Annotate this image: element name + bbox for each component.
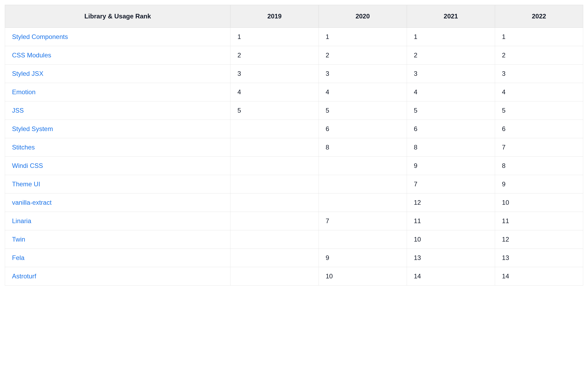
- cell-2022: 5: [495, 101, 583, 120]
- library-link[interactable]: Styled System: [12, 125, 53, 132]
- col-header-2021: 2021: [407, 5, 495, 28]
- cell-2021: 7: [407, 175, 495, 194]
- cell-2020: 7: [319, 212, 407, 230]
- table-row: Theme UI 7 9: [5, 175, 583, 194]
- cell-2019: [230, 175, 319, 194]
- cell-2021: 8: [407, 138, 495, 157]
- cell-2020: 2: [319, 46, 407, 65]
- cell-2019: [230, 249, 319, 267]
- cell-2022: 7: [495, 138, 583, 157]
- cell-2022: 13: [495, 249, 583, 267]
- table-row: vanilla-extract 12 10: [5, 194, 583, 212]
- cell-2022: 14: [495, 267, 583, 286]
- table-row: Styled System 6 6 6: [5, 120, 583, 138]
- table-row: Linaria 7 11 11: [5, 212, 583, 230]
- col-header-2020: 2020: [319, 5, 407, 28]
- cell-2020: [319, 194, 407, 212]
- cell-2020: 5: [319, 101, 407, 120]
- cell-2022: 2: [495, 46, 583, 65]
- cell-2020: [319, 175, 407, 194]
- cell-2019: [230, 267, 319, 286]
- library-link[interactable]: Emotion: [12, 88, 36, 96]
- cell-2022: 12: [495, 230, 583, 249]
- cell-2021: 13: [407, 249, 495, 267]
- cell-2020: 1: [319, 28, 407, 46]
- table-header-row: Library & Usage Rank 2019 2020 2021 2022: [5, 5, 583, 28]
- library-link[interactable]: Windi CSS: [12, 162, 43, 169]
- table-row: CSS Modules 2 2 2 2: [5, 46, 583, 65]
- library-link[interactable]: Styled Components: [12, 33, 68, 40]
- cell-2021: 1: [407, 28, 495, 46]
- table-row: Styled JSX 3 3 3 3: [5, 65, 583, 83]
- cell-2021: 6: [407, 120, 495, 138]
- cell-2020: [319, 157, 407, 175]
- col-header-2019: 2019: [230, 5, 319, 28]
- cell-2019: 4: [230, 83, 319, 101]
- cell-2022: 6: [495, 120, 583, 138]
- cell-2021: 5: [407, 101, 495, 120]
- library-link[interactable]: JSS: [12, 107, 24, 114]
- library-link[interactable]: Stitches: [12, 144, 35, 151]
- cell-2020: 3: [319, 65, 407, 83]
- cell-2019: [230, 120, 319, 138]
- library-link[interactable]: Twin: [12, 236, 25, 243]
- cell-2021: 10: [407, 230, 495, 249]
- cell-2020: [319, 230, 407, 249]
- table-row: JSS 5 5 5 5: [5, 101, 583, 120]
- cell-2022: 10: [495, 194, 583, 212]
- col-header-library: Library & Usage Rank: [5, 5, 230, 28]
- cell-2021: 12: [407, 194, 495, 212]
- table-row: Windi CSS 9 8: [5, 157, 583, 175]
- library-link[interactable]: Styled JSX: [12, 70, 43, 77]
- cell-2021: 4: [407, 83, 495, 101]
- table-row: Emotion 4 4 4 4: [5, 83, 583, 101]
- cell-2020: 9: [319, 249, 407, 267]
- library-link[interactable]: Linaria: [12, 217, 31, 224]
- cell-2020: 6: [319, 120, 407, 138]
- cell-2022: 8: [495, 157, 583, 175]
- table-row: Styled Components 1 1 1 1: [5, 28, 583, 46]
- cell-2019: 3: [230, 65, 319, 83]
- cell-2019: 2: [230, 46, 319, 65]
- cell-2022: 3: [495, 65, 583, 83]
- library-link[interactable]: CSS Modules: [12, 52, 51, 59]
- cell-2022: 9: [495, 175, 583, 194]
- library-link[interactable]: Fela: [12, 254, 25, 261]
- library-link[interactable]: vanilla-extract: [12, 199, 52, 206]
- col-header-2022: 2022: [495, 5, 583, 28]
- cell-2019: [230, 194, 319, 212]
- cell-2022: 11: [495, 212, 583, 230]
- cell-2022: 4: [495, 83, 583, 101]
- cell-2020: 4: [319, 83, 407, 101]
- table-row: Twin 10 12: [5, 230, 583, 249]
- library-link[interactable]: Theme UI: [12, 180, 40, 188]
- cell-2019: [230, 230, 319, 249]
- cell-2021: 9: [407, 157, 495, 175]
- table-body: Styled Components 1 1 1 1 CSS Modules 2 …: [5, 28, 583, 286]
- cell-2019: [230, 157, 319, 175]
- library-link[interactable]: Astroturf: [12, 273, 36, 280]
- cell-2021: 11: [407, 212, 495, 230]
- cell-2019: 5: [230, 101, 319, 120]
- cell-2021: 3: [407, 65, 495, 83]
- cell-2020: 10: [319, 267, 407, 286]
- cell-2021: 14: [407, 267, 495, 286]
- cell-2020: 8: [319, 138, 407, 157]
- table-row: Fela 9 13 13: [5, 249, 583, 267]
- ranking-table: Library & Usage Rank 2019 2020 2021 2022…: [5, 5, 583, 286]
- table-row: Stitches 8 8 7: [5, 138, 583, 157]
- cell-2021: 2: [407, 46, 495, 65]
- cell-2019: [230, 212, 319, 230]
- cell-2019: [230, 138, 319, 157]
- cell-2022: 1: [495, 28, 583, 46]
- cell-2019: 1: [230, 28, 319, 46]
- table-row: Astroturf 10 14 14: [5, 267, 583, 286]
